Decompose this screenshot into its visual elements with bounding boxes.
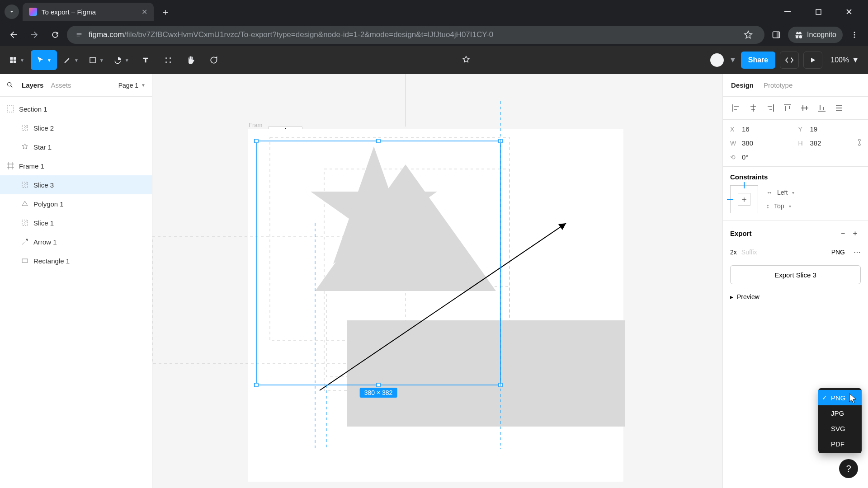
constraints-widget[interactable]: ＋ [730,185,758,213]
browser-menu-button[interactable] [845,26,863,44]
svg-rect-7 [10,57,13,60]
svg-rect-0 [784,11,791,12]
rotation-field[interactable]: ⟲0° [730,153,793,161]
comment-tool-button[interactable] [203,50,223,70]
svg-rect-11 [90,57,95,63]
format-option-pdf[interactable]: PDF [818,436,862,451]
svg-rect-17 [7,106,14,112]
assets-tab[interactable]: Assets [51,81,71,89]
window-close-button[interactable] [840,5,858,19]
export-preview-toggle[interactable]: ▸ Preview [723,290,868,308]
distribute-button[interactable] [831,101,847,115]
w-field[interactable]: W380 [730,139,793,147]
page-selector[interactable]: Page 1 ▼ [118,82,146,89]
browser-navbar: figma.com/file/bv7ZfBCwxHvmVCxmU1rvzc/To… [0,23,868,46]
frame-icon [6,162,14,170]
tab-search-button[interactable] [5,5,19,19]
svg-rect-29 [347,320,625,427]
site-info-icon[interactable] [74,30,84,40]
link-wh-icon[interactable] [856,138,863,148]
present-button[interactable] [803,52,822,69]
incognito-chip[interactable]: Incognito [788,27,843,43]
incognito-icon [794,31,803,38]
tab-close-icon[interactable]: ✕ [142,8,147,16]
move-tool-button[interactable]: ▼ [31,50,57,70]
export-add-button[interactable]: ＋ [849,227,861,239]
y-field[interactable]: Y19 [798,125,861,133]
alignment-controls [723,97,868,120]
prototype-tab[interactable]: Prototype [764,81,793,89]
export-settings-more-button[interactable]: ⋯ [854,248,861,257]
align-hcenter-button[interactable] [745,101,761,115]
shape-tool-button[interactable]: ▼ [110,50,133,70]
constraint-v-select[interactable]: ↕ Top ▾ [766,202,794,210]
nav-reload-button[interactable] [46,26,64,44]
help-button[interactable]: ? [839,459,858,478]
x-field[interactable]: X16 [730,125,793,133]
export-suffix-input[interactable]: Suffix [741,249,823,256]
text-tool-button[interactable] [136,50,156,70]
pen-tool-button[interactable]: ▼ [60,50,82,70]
layer-row-star-1[interactable]: Star 1 [0,137,152,156]
window-minimize-button[interactable] [778,5,797,19]
layer-row-slice-2[interactable]: Slice 2 [0,118,152,137]
layer-row-arrow-1[interactable]: Arrow 1 [0,232,152,251]
svg-point-12 [165,57,167,59]
figma-favicon-icon [29,8,37,16]
new-tab-button[interactable]: ＋ [157,4,174,20]
zoom-control[interactable]: 100%▼ [827,56,863,64]
layers-tab[interactable]: Layers [22,81,43,89]
layer-label: Arrow 1 [33,238,57,246]
frame-tool-button[interactable]: ▼ [85,50,108,70]
align-bottom-button[interactable] [814,101,830,115]
constraint-v-icon: ↕ [766,202,769,210]
multiplayer-tools-button[interactable] [456,50,476,70]
geometry-section: X16 Y19 W380 H382 ⟲0° [723,120,868,167]
design-tab[interactable]: Design [731,81,754,89]
layer-row-polygon-1[interactable]: Polygon 1 [0,194,152,213]
nav-back-button[interactable] [5,26,23,44]
svg-point-5 [854,34,855,36]
figma-toolbar: ▼ ▼ ▼ ▼ ▼ [0,46,868,74]
export-scale-select[interactable]: 2x [730,249,737,256]
incognito-label: Incognito [807,31,836,39]
hand-tool-button[interactable] [181,50,201,70]
canvas[interactable]: Fram Section 1 [152,74,722,488]
main-menu-button[interactable]: ▼ [5,50,28,70]
svg-rect-18 [22,125,28,131]
side-panel-icon[interactable] [767,26,785,44]
resources-button[interactable] [158,50,178,70]
nav-forward-button[interactable] [25,26,43,44]
window-maximize-button[interactable] [809,5,827,19]
align-right-button[interactable] [763,101,778,115]
share-button[interactable]: Share [741,52,775,69]
layer-label: Rectangle 1 [33,257,70,265]
bookmark-icon[interactable] [739,26,757,44]
selection-dimensions-badge: 380 × 382 [360,388,397,398]
align-left-button[interactable] [728,101,744,115]
search-icon[interactable] [6,81,14,89]
layer-row-rectangle-1[interactable]: Rectangle 1 [0,251,152,270]
align-top-button[interactable] [780,101,795,115]
export-format-select[interactable]: PNG [827,246,849,258]
url-bar[interactable]: figma.com/file/bv7ZfBCwxHvmVCxmU1rvzc/To… [67,26,764,44]
layer-row-frame-1[interactable]: Frame 1 [0,156,152,175]
export-remove-button[interactable]: − [837,227,849,239]
format-option-svg[interactable]: SVG [818,421,862,436]
format-option-jpg[interactable]: JPG [818,405,862,421]
layer-row-slice-1[interactable]: Slice 1 [0,213,152,232]
browser-tab[interactable]: To export – Figma ✕ [23,3,154,21]
user-avatar[interactable] [709,52,725,68]
layer-label: Star 1 [33,143,52,151]
layer-row-section-1[interactable]: Section 1 [0,99,152,118]
layer-label: Slice 3 [33,181,54,189]
h-field[interactable]: H382 [798,139,861,147]
constraint-h-select[interactable]: ↔ Left ▾ [766,189,794,196]
dev-mode-button[interactable] [780,52,799,69]
align-vcenter-button[interactable] [797,101,812,115]
svg-point-13 [170,57,171,59]
export-button[interactable]: Export Slice 3 [730,265,861,284]
arrow-icon [21,238,29,246]
layer-row-slice-3[interactable]: Slice 3 [0,175,152,194]
svg-point-15 [170,61,171,63]
